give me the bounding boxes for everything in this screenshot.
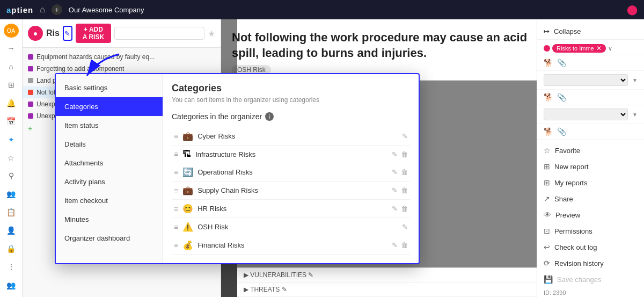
dog-icon-2[interactable]: 🐕 <box>544 93 553 102</box>
sidebar-icon-search[interactable]: ⚲ <box>3 169 19 184</box>
sidebar-icon-group[interactable]: 👥 <box>3 278 19 293</box>
sidebar-icon-clipboard[interactable]: 📋 <box>3 205 19 220</box>
organizer-select-1[interactable] <box>544 74 628 86</box>
paperclip-icon-2[interactable]: 📎 <box>557 93 566 102</box>
edit-category-icon[interactable]: ✎ <box>392 168 398 176</box>
drag-handle-icon[interactable]: ≡ <box>174 150 178 158</box>
save-icon: 💾 <box>544 275 553 284</box>
delete-category-icon[interactable]: 🗑 <box>401 186 408 194</box>
vulnerabilities-row[interactable]: ▶ VULNERABILITIES ✎ <box>237 268 537 282</box>
organizer-row-1: 🐕 📎 <box>537 55 644 71</box>
tag-label: Risks to Imme <box>557 45 594 52</box>
tag-remove-icon[interactable]: ✕ <box>596 45 602 52</box>
nav-label: Item checkout <box>64 197 108 205</box>
sidebar-icon-star[interactable]: ✦ <box>3 132 19 147</box>
edit-category-icon[interactable]: ✎ <box>402 223 408 231</box>
edit-category-icon[interactable]: ✎ <box>402 132 408 140</box>
avatar[interactable]: OA <box>4 24 19 38</box>
threats-row[interactable]: ▶ THREATS ✎ <box>237 282 537 297</box>
item-id: ID: 2390 <box>544 289 638 296</box>
sidebar-icon-lock[interactable]: 🔒 <box>3 241 19 256</box>
edit-button[interactable]: ✎ <box>63 26 72 41</box>
nav-item-attachments[interactable]: Attachments <box>56 154 163 172</box>
sidebar-icon-users[interactable]: 👥 <box>3 186 19 201</box>
revision-history-action[interactable]: ⟳ Revision history <box>537 255 644 271</box>
nav-item-organizer-dashboard[interactable]: Organizer dashboard <box>56 229 163 248</box>
edit-category-icon[interactable]: ✎ <box>392 205 398 213</box>
dog-icon-3[interactable]: 🐕 <box>544 127 553 136</box>
risk-item-text: Equipment hazards caused by faulty eq... <box>36 53 155 61</box>
drag-handle-icon[interactable]: ≡ <box>174 205 178 213</box>
drag-handle-icon[interactable]: ≡ <box>174 241 178 250</box>
category-icon: 🔄 <box>182 167 193 177</box>
sidebar-icon-user[interactable]: 👤 <box>3 223 19 238</box>
nav-label: Attachments <box>64 159 103 167</box>
permissions-icon: ⊡ <box>544 227 550 235</box>
drag-handle-icon[interactable]: ≡ <box>174 223 178 231</box>
preview-action[interactable]: 👁 Preview <box>537 207 644 223</box>
vulnerabilities-label: ▶ VULNERABILITIES ✎ <box>244 271 313 279</box>
add-icon[interactable]: + <box>28 124 32 133</box>
new-report-action[interactable]: ⊞ New report <box>537 158 644 175</box>
nav-item-activity-plans[interactable]: Activity plans <box>56 172 163 191</box>
delete-category-icon[interactable]: 🗑 <box>401 241 408 249</box>
sidebar-icon-bookmark[interactable]: ☆ <box>3 150 19 165</box>
nav-label: Details <box>64 140 86 148</box>
drag-handle-icon[interactable]: ≡ <box>174 186 178 195</box>
drag-handle-icon[interactable]: ≡ <box>174 168 178 177</box>
drag-handle-icon[interactable]: ≡ <box>174 132 178 141</box>
category-actions: ✎ 🗑 <box>392 241 408 249</box>
tag-row: Risks to Imme ✕ ∨ <box>537 42 644 55</box>
delete-category-icon[interactable]: 🗑 <box>401 205 408 213</box>
my-reports-action[interactable]: ⊞ My reports <box>537 175 644 191</box>
search-input[interactable] <box>114 27 204 40</box>
edit-category-icon[interactable]: ✎ <box>392 186 398 194</box>
add-risk-button[interactable]: + ADD A RISK <box>76 24 111 43</box>
favorite-action[interactable]: ☆ Favorite <box>537 142 644 158</box>
home-icon[interactable]: ⌂ <box>40 5 45 15</box>
checkout-log-label: Check out log <box>554 243 597 251</box>
list-item[interactable]: Equipment hazards caused by faulty eq... <box>23 51 221 63</box>
permissions-action[interactable]: ⊡ Permissions <box>537 223 644 239</box>
checkout-icon: ↩ <box>544 243 550 251</box>
top-nav: aptien ⌂ + Our Awesome Company ⬤ <box>0 0 644 19</box>
star-icon[interactable]: ★ <box>208 28 215 39</box>
collapse-button[interactable]: ↦ Collapse <box>537 24 644 40</box>
company-name: Our Awesome Company <box>69 6 144 14</box>
delete-category-icon[interactable]: 🗑 <box>401 150 408 158</box>
nav-item-categories[interactable]: Categories <box>56 97 163 116</box>
edit-category-icon[interactable]: ✎ <box>392 241 398 249</box>
tag-dot <box>544 45 550 52</box>
sidebar-icon-arrow[interactable]: → <box>3 41 19 56</box>
sidebar-icon-dots[interactable]: ⋮ <box>3 259 19 274</box>
nav-item-minutes[interactable]: Minutes <box>56 210 163 229</box>
tag-chevron-icon[interactable]: ∨ <box>608 45 612 52</box>
paperclip-icon[interactable]: 📎 <box>557 59 566 67</box>
sidebar-icon-bell[interactable]: 🔔 <box>3 96 19 111</box>
sidebar-icon-grid[interactable]: ⊞ <box>3 77 19 92</box>
nav-item-basic-settings[interactable]: Basic settings <box>56 78 163 97</box>
risk-item-text: Forgetting to add a component <box>36 65 124 73</box>
nav-item-item-checkout[interactable]: Item checkout <box>56 191 163 210</box>
sidebar-icon-home[interactable]: ⌂ <box>3 59 19 74</box>
dropdown-chevron-icon-2: ▼ <box>632 112 638 118</box>
risk-dot <box>28 66 33 71</box>
delete-category-icon[interactable]: 🗑 <box>401 168 408 176</box>
description-text: Not following the work procedure may cau… <box>232 30 554 61</box>
nav-item-details[interactable]: Details <box>56 135 163 154</box>
nav-item-item-status[interactable]: Item status <box>56 116 163 135</box>
risk-panel-avatar: ● <box>28 26 43 41</box>
risk-header: ● Ris ✎ + ADD A RISK ★ <box>23 19 221 48</box>
organizer-select-2[interactable] <box>544 108 628 120</box>
edit-category-icon[interactable]: ✎ <box>392 150 398 158</box>
category-actions: ✎ <box>402 223 408 231</box>
paperclip-icon-3[interactable]: 📎 <box>557 127 566 136</box>
dog-icon[interactable]: 🐕 <box>544 59 553 67</box>
report-icon: ⊞ <box>544 162 550 171</box>
category-name: Operational Risks <box>197 168 387 176</box>
checkout-log-action[interactable]: ↩ Check out log <box>537 239 644 255</box>
add-icon[interactable]: + <box>52 4 62 15</box>
sidebar-icon-calendar[interactable]: 📅 <box>3 114 19 129</box>
share-action[interactable]: ↗ Share <box>537 191 644 207</box>
category-row: ≡ 💼 Supply Chain Risks ✎ 🗑 <box>172 182 410 200</box>
